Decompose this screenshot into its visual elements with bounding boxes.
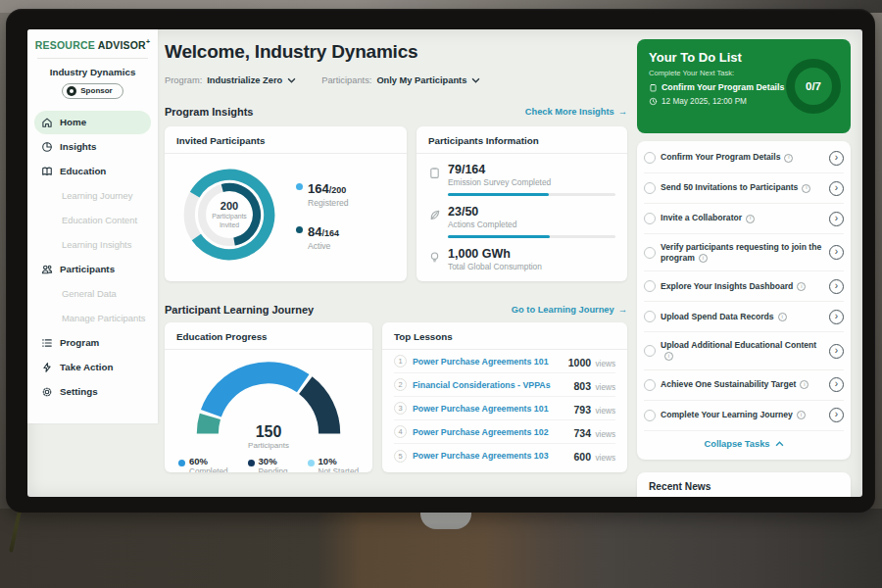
- task-row-confirm-program[interactable]: Confirm Your Program Detailsi ›: [644, 143, 844, 173]
- lesson-row: 1 Power Purchase Agreements 101 1000 vie…: [394, 350, 615, 373]
- donut-center-label: 200 Participants Invited: [174, 160, 284, 270]
- task-go-button[interactable]: ›: [829, 377, 844, 392]
- legend-dot-active: [296, 226, 303, 233]
- info-icon: i: [797, 282, 806, 291]
- task-checkbox[interactable]: [644, 379, 656, 391]
- task-checkbox[interactable]: [644, 213, 656, 224]
- task-go-button[interactable]: ›: [829, 245, 844, 260]
- chevron-up-icon: [775, 441, 784, 447]
- sidebar-item-learning-journey[interactable]: Learning Journey: [34, 184, 151, 208]
- right-panel: Your To Do List Complete Your Next Task:…: [637, 29, 851, 497]
- lesson-link[interactable]: Power Purchase Agreements 103: [413, 451, 568, 461]
- chevron-down-icon: [471, 77, 480, 83]
- take-action-icon: [41, 362, 53, 373]
- filters-row: Program: Industrialize Zero Participants…: [165, 75, 480, 85]
- lesson-rank-badge: 2: [394, 378, 407, 391]
- invited-participants-card: Invited Participants 200 Participants In…: [165, 126, 407, 281]
- chevron-right-icon: ›: [835, 346, 838, 356]
- task-go-button[interactable]: ›: [829, 181, 844, 196]
- task-row-upload-spend-data[interactable]: Upload Spend Data Recordsi ›: [644, 302, 844, 332]
- sidebar-item-education-content[interactable]: Education Content: [34, 209, 151, 232]
- legend-dot-completed: [178, 460, 185, 466]
- logo-plus: +: [146, 38, 150, 45]
- lesson-row: 3 Power Purchase Agreements 101 793 view…: [394, 397, 615, 420]
- sidebar-nav: Home Insights Education Learning Journey…: [27, 111, 158, 404]
- sidebar-item-education[interactable]: Education: [34, 160, 151, 183]
- task-go-button[interactable]: ›: [829, 344, 844, 359]
- actions-completed-progressbar: [448, 235, 615, 238]
- learning-journey-header: Participant Learning Journey Go to Learn…: [165, 304, 627, 316]
- participants-filter[interactable]: Participants: Only My Participants: [321, 75, 480, 85]
- recent-news-title: Recent News: [649, 481, 839, 492]
- card-title: Invited Participants: [165, 126, 407, 154]
- task-row-achieve-sustainability-target[interactable]: Achieve One Sustainability Targeti ›: [644, 370, 844, 401]
- settings-icon: [41, 386, 53, 398]
- info-icon: i: [664, 352, 673, 361]
- task-row-verify-participants[interactable]: Verify participants requesting to join t…: [644, 234, 844, 271]
- task-checkbox[interactable]: [644, 247, 656, 259]
- gauge-legend: 60%Completed 30%Pending 10%Not Started: [165, 446, 372, 472]
- clock-icon: [649, 97, 658, 106]
- task-row-invite-collaborator[interactable]: Invite a Collaboratori ›: [644, 204, 844, 234]
- task-row-explore-insights[interactable]: Explore Your Insights Dashboardi ›: [644, 271, 844, 302]
- task-row-upload-educational-content[interactable]: Upload Additional Educational Contenti ›: [644, 332, 844, 369]
- lesson-row: 2 Financial Considerations - VPPAs 803 v…: [394, 373, 615, 397]
- task-row-complete-learning-journey[interactable]: Complete Your Learning Journeyi ›: [644, 401, 844, 431]
- lesson-link[interactable]: Power Purchase Agreements 102: [413, 427, 568, 437]
- sponsor-badge-icon: [67, 86, 76, 96]
- sidebar-item-take-action[interactable]: Take Action: [34, 356, 151, 379]
- top-lessons-card: Top Lessons 1 Power Purchase Agreements …: [382, 322, 627, 472]
- task-go-button[interactable]: ›: [829, 408, 844, 422]
- sidebar-item-program[interactable]: Program: [34, 331, 151, 355]
- lesson-rank-badge: 3: [394, 402, 407, 415]
- legend-completed: 60%Completed: [178, 456, 228, 472]
- chevron-right-icon: ›: [835, 312, 838, 321]
- chevron-right-icon: ›: [835, 183, 838, 193]
- task-go-button[interactable]: ›: [829, 279, 844, 294]
- lesson-views: 734 views: [574, 423, 615, 441]
- app-logo: RESOURCE ADVISOR+: [27, 29, 158, 51]
- check-more-insights-link[interactable]: Check More Insights →: [525, 107, 627, 117]
- sidebar-item-general-data[interactable]: General Data: [34, 282, 151, 306]
- info-icon: i: [699, 254, 708, 263]
- task-checkbox[interactable]: [644, 345, 656, 357]
- sidebar-item-settings[interactable]: Settings: [34, 380, 151, 404]
- program-filter[interactable]: Program: Industrialize Zero: [165, 75, 296, 85]
- emission-survey-progressbar: [448, 193, 615, 196]
- info-icon: i: [797, 411, 806, 419]
- lesson-rank-badge: 1: [394, 355, 407, 368]
- task-checkbox[interactable]: [644, 311, 656, 322]
- task-go-button[interactable]: ›: [829, 212, 844, 226]
- chevron-right-icon: ›: [835, 153, 838, 163]
- logo-advisor: ADVISOR: [98, 39, 146, 51]
- sidebar-item-insights[interactable]: Insights: [34, 135, 151, 159]
- lesson-link[interactable]: Power Purchase Agreements 101: [413, 404, 568, 414]
- chevron-right-icon: ›: [835, 214, 838, 223]
- education-progress-gauge-chart: 150 Participants: [165, 358, 372, 446]
- participants-information-card: Participants Information 79/164 Emission…: [416, 126, 627, 281]
- arrow-right-icon: →: [618, 107, 627, 117]
- sponsor-badge-label: Sponsor: [80, 86, 112, 95]
- sidebar-item-home[interactable]: Home: [34, 111, 151, 134]
- collapse-tasks-link[interactable]: Collapse Tasks: [644, 431, 844, 458]
- sidebar-item-learning-insights[interactable]: Learning Insights: [34, 233, 151, 257]
- sidebar-item-manage-participants[interactable]: Manage Participants: [34, 307, 151, 330]
- task-row-send-invitations[interactable]: Send 50 Invitations to Participantsi ›: [644, 173, 844, 204]
- lesson-views: 600 views: [574, 447, 615, 465]
- lesson-link[interactable]: Power Purchase Agreements 101: [413, 357, 563, 367]
- task-go-button[interactable]: ›: [829, 151, 844, 166]
- lesson-rank-badge: 5: [394, 450, 407, 463]
- task-checkbox[interactable]: [644, 182, 656, 194]
- task-go-button[interactable]: ›: [829, 310, 844, 324]
- sidebar-item-participants[interactable]: Participants: [34, 258, 151, 281]
- card-title: Top Lessons: [382, 322, 627, 350]
- task-checkbox[interactable]: [644, 152, 656, 164]
- task-checkbox[interactable]: [644, 280, 656, 292]
- go-to-learning-journey-link[interactable]: Go to Learning Journey →: [512, 305, 627, 315]
- recent-news-card: Recent News: [637, 472, 851, 497]
- chevron-right-icon: ›: [835, 410, 838, 419]
- chevron-right-icon: ›: [835, 379, 838, 389]
- gauge-segment-completed: [211, 372, 303, 413]
- lesson-link[interactable]: Financial Considerations - VPPAs: [413, 380, 568, 390]
- task-checkbox[interactable]: [644, 410, 656, 421]
